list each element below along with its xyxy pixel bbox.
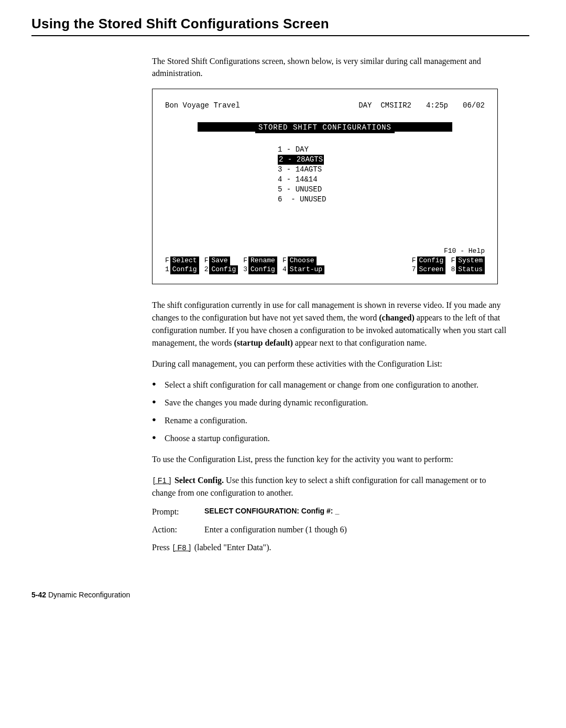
fn-f3: FRename 3Config: [243, 256, 277, 274]
page-footer: 5-42 Dynamic Reconfiguration: [31, 591, 529, 599]
action-row: Action: Enter a configuration number (1 …: [152, 523, 508, 536]
fn-f4: FChoose 4Start-up: [282, 256, 324, 274]
f1-definition: [ F1 ] Select Config. Use this function …: [152, 474, 508, 499]
prompt-value: SELECT CONFIGURATION: Config #: _: [204, 506, 339, 518]
key-f1: [ F1 ]: [152, 476, 172, 485]
config-item-4: 4 - 14&14: [278, 175, 372, 185]
list-item: Choose a startup configuration.: [152, 432, 508, 445]
terminal-header: Bon Voyage Travel DAY CMSIIR2 4:25p 06/0…: [165, 101, 485, 111]
terminal-title: STORED SHIFT CONFIGURATIONS: [255, 122, 395, 133]
fn-f1: FSelect 1Config: [165, 256, 199, 274]
org-name: Bon Voyage Travel: [165, 101, 240, 111]
terminal-title-bar: STORED SHIFT CONFIGURATIONS: [165, 122, 485, 133]
list-item: Rename a configuration.: [152, 414, 508, 427]
config-item-3: 3 - 14AGTS: [278, 165, 372, 175]
fn-f8: FSystem 8Status: [451, 256, 485, 274]
config-item-6: 6 - UNUSED: [278, 195, 372, 205]
press-line: Press [ F8 ] (labeled "Enter Data").: [152, 541, 508, 554]
intro-paragraph: The Stored Shift Configurations screen, …: [152, 55, 508, 79]
function-key-row: FSelect 1Config FSave 2Config FRename 3C…: [165, 247, 485, 274]
bullet-list: Select a shift configuration for call ma…: [152, 379, 508, 445]
shift-label: DAY CMSIIR2: [358, 101, 411, 111]
content-column: The Stored Shift Configurations screen, …: [152, 55, 508, 554]
page-title: Using the Stored Shift Configurations Sc…: [31, 16, 529, 36]
paragraph-1: The shift configuration currently in use…: [152, 299, 508, 349]
fn-f2: FSave 2Config: [204, 256, 238, 274]
paragraph-3: To use the Configuration List, press the…: [152, 453, 508, 466]
paragraph-2: During call management, you can perform …: [152, 358, 508, 370]
key-f8: [ F8 ]: [172, 543, 192, 552]
f10-help: F10 - Help: [444, 247, 485, 256]
date-label: 06/02: [463, 101, 485, 111]
config-item-1: 1 - DAY: [278, 145, 372, 155]
list-item: Save the changes you made during dynamic…: [152, 397, 508, 409]
list-item: Select a shift configuration for call ma…: [152, 379, 508, 391]
config-item-2: 2 - 28AGTS: [278, 155, 324, 165]
action-value: Enter a configuration number (1 though 6…: [204, 523, 347, 536]
config-list: 1 - DAY 2 - 28AGTS 3 - 14AGTS 4 - 14&14 …: [278, 145, 372, 204]
config-item-5: 5 - UNUSED: [278, 185, 372, 195]
time-label: 4:25p: [426, 101, 448, 111]
fn-f7: FConfig 7Screen: [412, 256, 446, 274]
terminal-screenshot: Bon Voyage Travel DAY CMSIIR2 4:25p 06/0…: [152, 89, 498, 284]
prompt-row: Prompt: SELECT CONFIGURATION: Config #: …: [152, 506, 508, 518]
